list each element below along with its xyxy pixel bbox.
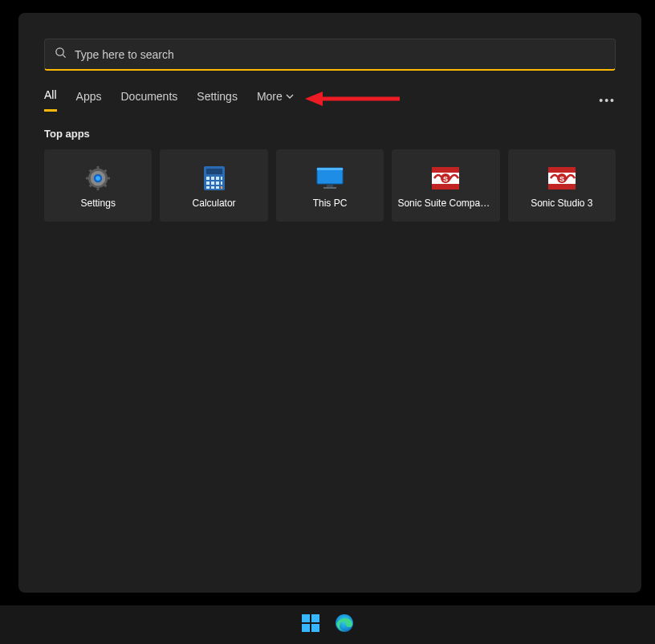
svg-line-1 xyxy=(63,55,65,57)
section-title-top-apps: Top apps xyxy=(44,128,616,140)
settings-icon xyxy=(86,162,110,194)
svg-rect-20 xyxy=(206,181,210,185)
svg-rect-44 xyxy=(302,624,310,632)
app-label: Calculator xyxy=(193,198,236,209)
tab-all[interactable]: All xyxy=(44,88,57,112)
app-tile-calculator[interactable]: Calculator xyxy=(160,149,267,222)
svg-rect-30 xyxy=(327,185,333,187)
app-label: Sonic Studio 3 xyxy=(531,198,592,209)
more-options-button[interactable]: ••• xyxy=(599,94,616,107)
svg-rect-17 xyxy=(211,177,214,180)
taskbar xyxy=(0,605,655,644)
svg-rect-23 xyxy=(221,181,222,185)
svg-rect-18 xyxy=(216,177,219,180)
tab-label: All xyxy=(44,88,57,101)
svg-rect-26 xyxy=(216,186,219,189)
svg-rect-25 xyxy=(211,186,214,189)
tab-documents[interactable]: Documents xyxy=(120,90,177,111)
tab-more[interactable]: More xyxy=(257,90,294,111)
svg-rect-31 xyxy=(323,187,336,189)
svg-rect-27 xyxy=(221,186,222,189)
tab-label: Apps xyxy=(76,90,102,103)
svg-point-0 xyxy=(56,48,63,55)
tab-label: More xyxy=(257,90,283,103)
svg-rect-16 xyxy=(206,177,210,180)
svg-text:S: S xyxy=(443,175,448,183)
app-tile-sonic-suite[interactable]: S Sonic Suite Companion xyxy=(392,149,499,222)
app-tile-settings[interactable]: Settings xyxy=(44,149,152,222)
top-apps-grid: Settings Calculator xyxy=(44,149,616,222)
filter-tabs: All Apps Documents Settings More ••• xyxy=(44,88,616,112)
app-label: This PC xyxy=(313,198,348,209)
monitor-icon xyxy=(316,162,344,194)
svg-rect-19 xyxy=(221,177,222,180)
svg-text:S: S xyxy=(559,175,564,183)
tab-label: Documents xyxy=(120,90,177,103)
app-label: Sonic Suite Companion xyxy=(397,198,494,209)
search-box[interactable] xyxy=(44,39,616,71)
start-button[interactable] xyxy=(301,613,320,636)
svg-rect-45 xyxy=(311,624,319,632)
tab-settings[interactable]: Settings xyxy=(197,90,238,111)
tab-apps[interactable]: Apps xyxy=(76,90,102,111)
app-tile-this-pc[interactable]: This PC xyxy=(276,149,384,222)
svg-rect-21 xyxy=(211,181,214,185)
calculator-icon xyxy=(204,162,225,194)
start-search-panel: All Apps Documents Settings More ••• Top… xyxy=(18,13,641,593)
svg-rect-22 xyxy=(216,181,219,185)
sonic-icon: S xyxy=(432,162,459,194)
svg-rect-29 xyxy=(317,168,343,170)
svg-point-13 xyxy=(96,176,100,181)
svg-rect-42 xyxy=(302,614,310,622)
app-tile-sonic-studio[interactable]: S Sonic Studio 3 xyxy=(508,149,616,222)
search-input[interactable] xyxy=(75,48,605,61)
svg-rect-15 xyxy=(206,169,222,174)
svg-rect-24 xyxy=(206,186,210,189)
search-icon xyxy=(55,47,67,62)
svg-rect-43 xyxy=(311,614,319,622)
sonic-icon: S xyxy=(548,162,576,194)
app-label: Settings xyxy=(81,198,116,209)
tab-label: Settings xyxy=(197,90,238,103)
chevron-down-icon xyxy=(286,90,294,103)
edge-browser-icon[interactable] xyxy=(335,613,354,636)
